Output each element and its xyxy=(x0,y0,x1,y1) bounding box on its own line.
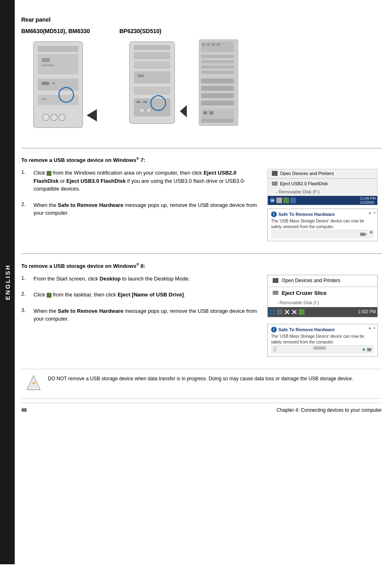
win8-notif-icon xyxy=(367,347,372,352)
rear-panel-section: Rear panel BM6630(MD510), BM6330 xyxy=(21,16,382,136)
win8-taskbar-icon-2 xyxy=(299,309,305,315)
taskbar-icon-1 xyxy=(276,197,282,203)
page-footer: 46 Chapter 4: Connecting devices to your… xyxy=(21,403,382,417)
win7-step1-number: 1. xyxy=(21,169,29,193)
win7-notif-title: i Safe To Remove Hardware xyxy=(271,211,374,217)
svg-rect-7 xyxy=(52,83,55,84)
svg-rect-20 xyxy=(138,74,144,77)
warning-icon-container xyxy=(25,375,42,393)
win7-step-2: 2. When the Safe to Remove Hardware mess… xyxy=(21,201,259,217)
win8-notification: ♦ × i Safe To Remove Hardware The 'USB M… xyxy=(267,324,378,357)
svg-rect-36 xyxy=(201,60,234,63)
model1-block: BM6630(MD510), BM6330 xyxy=(21,28,103,136)
model1-label: BM6630(MD510), BM6330 xyxy=(21,28,103,34)
svg-rect-16 xyxy=(134,45,170,50)
win8-step1-text: From the Start screen, click Desktop to … xyxy=(34,275,190,283)
win8-screenshots: Open Devices and Printers Eject Cruzer S… xyxy=(267,275,382,357)
ctx-removable-disk-f-label: - Removable Disk (F:) xyxy=(276,189,320,194)
win8-notif-controls xyxy=(363,346,372,353)
page-number: 46 xyxy=(21,407,27,413)
win7-taskbar: W 11:06 PM1/1/2002 xyxy=(268,196,377,205)
win8-heading: To remove a USB storage device on Window… xyxy=(21,262,382,269)
ctx-w8-open-devices-label: Open Devices and Printers xyxy=(282,278,340,283)
model2-block: BP6230(SD510) xyxy=(119,28,242,128)
win8-notif-pin: ♦ xyxy=(369,326,371,330)
printer-icon-2 xyxy=(273,278,278,283)
info-icon-2: i xyxy=(271,327,277,332)
win7-notif-footer xyxy=(271,230,374,238)
ctx-eject-usb2-label: Eject USB2.0 FlashDisk xyxy=(280,181,328,186)
svg-rect-37 xyxy=(201,65,234,69)
svg-rect-1 xyxy=(38,46,78,52)
win8-steps-list: 1. From the Start screen, click Desktop … xyxy=(21,275,259,331)
svg-rect-40 xyxy=(201,86,234,91)
svg-rect-18 xyxy=(134,61,170,69)
svg-point-25 xyxy=(139,108,144,113)
models-row: BM6630(MD510), BM6330 xyxy=(21,28,382,136)
model2-illustration xyxy=(119,38,193,128)
win8-notif-title: i Safe To Remove Hardware xyxy=(271,327,374,332)
win8-step3-number: 3. xyxy=(21,307,29,323)
svg-rect-54 xyxy=(273,312,275,314)
win7-steps-list: 1. Click from the Windows notification a… xyxy=(21,169,259,225)
win8-notif-body: The 'USB Mass Storage Device' device can… xyxy=(271,334,374,345)
ctx-w8-eject-cruzer: Eject Cruzer Slice xyxy=(268,288,377,298)
win7-notif-body: The 'USB Mass Storage Device' device can… xyxy=(271,218,374,230)
footer-chapter: Chapter 4: Connecting devices to your co… xyxy=(277,407,382,413)
warning-lightning-icon xyxy=(25,375,42,391)
svg-rect-41 xyxy=(201,93,234,98)
win7-steps-container: 1. Click from the Windows notification a… xyxy=(21,169,382,241)
svg-rect-21 xyxy=(134,87,170,95)
win7-screenshots: Open Devices and Printers Eject USB2.0 F… xyxy=(267,169,382,241)
svg-rect-45 xyxy=(209,111,213,114)
win7-notif-pin: ♦ xyxy=(369,211,371,215)
ctx-eject-usb2: Eject USB2.0 FlashDisk xyxy=(268,180,377,188)
taskbar-icon-2 xyxy=(283,197,289,203)
win8-notif-status-dot xyxy=(363,348,365,351)
drive-icon-1 xyxy=(272,182,278,186)
win8-step2-number: 2. xyxy=(21,291,29,299)
separator-1 xyxy=(21,148,382,148)
svg-point-11 xyxy=(51,114,57,121)
warning-text: DO NOT remove a USB storage device when … xyxy=(48,375,353,383)
svg-rect-53 xyxy=(270,312,272,314)
svg-rect-4 xyxy=(42,64,54,66)
win7-heading: To remove a USB storage device on Window… xyxy=(21,157,382,163)
ctx-open-devices: Open Devices and Printers xyxy=(268,169,377,177)
sidebar-label: ENGLISH xyxy=(4,264,11,300)
ctx-w8-open-devices: Open Devices and Printers xyxy=(268,275,377,286)
sidebar: ENGLISH xyxy=(0,0,15,564)
win7-taskbar-time: 11:06 PM1/1/2002 xyxy=(360,196,376,204)
win7-notification: ♦ × i Safe To Remove Hardware The 'USB M… xyxy=(267,209,378,241)
svg-rect-49 xyxy=(360,233,365,236)
separator-2 xyxy=(21,254,382,254)
svg-marker-50 xyxy=(365,233,368,235)
svg-rect-51 xyxy=(270,310,272,312)
svg-rect-44 xyxy=(203,111,207,114)
usb-icon-2 xyxy=(47,293,52,298)
usb-icon-1 xyxy=(47,171,52,176)
win7-step2-text: When the Safe to Remove Hardware message… xyxy=(34,201,259,217)
win7-section: To remove a USB storage device on Window… xyxy=(21,157,382,241)
svg-rect-3 xyxy=(42,58,50,62)
win7-notif-footer-icon xyxy=(360,231,368,238)
svg-rect-34 xyxy=(217,43,220,46)
win8-section: To remove a USB storage device on Window… xyxy=(21,262,382,356)
win8-context-menu: Open Devices and Printers Eject Cruzer S… xyxy=(267,275,378,317)
svg-rect-59 xyxy=(367,348,371,351)
win8-taskbar-close-icon xyxy=(284,309,290,315)
win8-step-2: 2. Click from the taskbar, then click Ej… xyxy=(21,291,259,299)
svg-rect-32 xyxy=(207,43,210,46)
win7-step2-number: 2. xyxy=(21,201,29,217)
win8-steps-container: 1. From the Start screen, click Desktop … xyxy=(21,275,382,357)
taskbar-icon-3 xyxy=(290,197,296,203)
printer-icon xyxy=(272,171,278,176)
win8-taskbar: 1:00Z PM xyxy=(268,307,377,317)
win8-step-1: 1. From the Start screen, click Desktop … xyxy=(21,275,259,283)
taskbar-start-icon: W xyxy=(269,197,275,203)
win7-step-1: 1. Click from the Windows notification a… xyxy=(21,169,259,193)
svg-rect-6 xyxy=(42,82,49,85)
svg-rect-24 xyxy=(143,101,147,103)
svg-text:W: W xyxy=(271,199,274,202)
win8-notif-grid-icon: ⠿ xyxy=(273,346,277,353)
